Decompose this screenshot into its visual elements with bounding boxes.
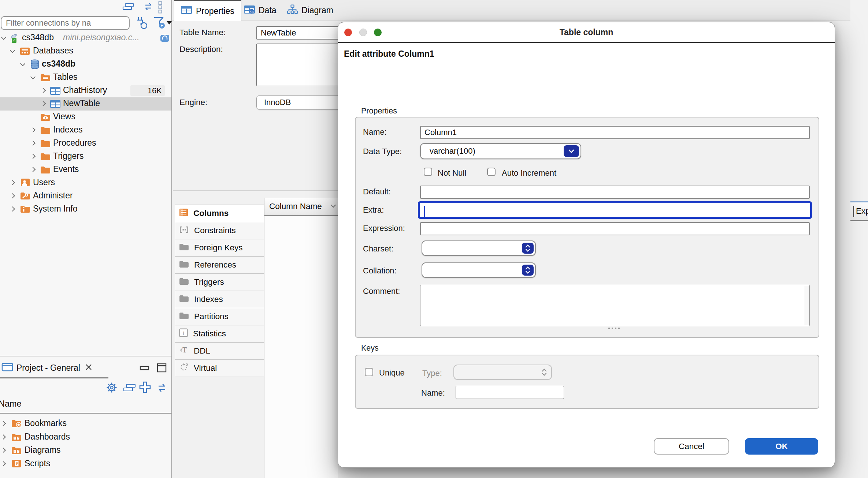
panel-divider[interactable] bbox=[0, 356, 171, 356]
chevron-right-icon[interactable] bbox=[1, 448, 6, 453]
side-tab-ddl[interactable]: T DDL bbox=[175, 342, 264, 360]
project-panel-tab[interactable]: Project - General bbox=[0, 359, 108, 377]
side-tab-statistics[interactable]: i Statistics bbox=[175, 325, 264, 343]
filter-dropdown-arrow-icon[interactable] bbox=[167, 21, 172, 25]
column-name-input[interactable] bbox=[420, 126, 810, 139]
filter-connections-icon[interactable] bbox=[153, 15, 166, 31]
chevron-down-icon[interactable] bbox=[1, 35, 6, 40]
charset-select[interactable] bbox=[422, 240, 536, 256]
collation-select[interactable] bbox=[422, 262, 536, 278]
stepper-chevrons-icon[interactable] bbox=[522, 265, 534, 276]
collapse-all-icon[interactable] bbox=[123, 384, 137, 394]
maximize-panel-icon[interactable] bbox=[157, 363, 167, 374]
extra-input[interactable] bbox=[418, 201, 812, 219]
virtual-icon bbox=[179, 363, 189, 374]
chevron-right-icon[interactable] bbox=[1, 421, 6, 426]
chevron-down-icon[interactable] bbox=[30, 74, 36, 79]
side-tab-constraints[interactable]: Constraints bbox=[175, 222, 264, 239]
expression-input[interactable] bbox=[420, 222, 810, 235]
folder-icon bbox=[179, 295, 189, 305]
new-connection-icon[interactable] bbox=[134, 15, 149, 31]
keys-group-label: Keys bbox=[361, 344, 379, 353]
project-item-bookmarks[interactable]: Bookmarks bbox=[0, 417, 171, 430]
settings-gear-icon[interactable] bbox=[105, 381, 118, 395]
not-null-checkbox[interactable] bbox=[424, 168, 432, 176]
cancel-button[interactable]: Cancel bbox=[654, 438, 729, 455]
ok-button[interactable]: OK bbox=[745, 438, 818, 455]
dropdown-chevron-icon[interactable] bbox=[564, 145, 579, 157]
side-tab-virtual[interactable]: Virtual bbox=[175, 359, 264, 377]
side-tab-indexes[interactable]: Indexes bbox=[175, 291, 264, 308]
comment-textarea[interactable] bbox=[420, 285, 810, 326]
auto-increment-checkbox[interactable] bbox=[487, 168, 496, 176]
project-item-diagrams[interactable]: Diagrams bbox=[0, 444, 171, 457]
chevron-right-icon[interactable] bbox=[41, 88, 46, 93]
folder-icon bbox=[40, 166, 51, 176]
chevron-down-icon[interactable] bbox=[20, 61, 25, 66]
tree-item-chathistory[interactable]: ChatHistory 16K bbox=[0, 84, 171, 97]
chevron-right-icon[interactable] bbox=[41, 101, 46, 106]
tree-item-triggers[interactable]: Triggers bbox=[0, 150, 171, 163]
chevron-right-icon[interactable] bbox=[10, 206, 15, 212]
tree-item-databases[interactable]: Databases bbox=[0, 45, 171, 58]
link-with-editor-icon[interactable] bbox=[142, 1, 155, 13]
tab-diagram[interactable]: Diagram bbox=[287, 0, 333, 21]
tree-item-events[interactable]: Events bbox=[0, 163, 171, 176]
chevron-right-icon[interactable] bbox=[30, 141, 36, 146]
chevron-right-icon[interactable] bbox=[10, 180, 15, 185]
table-name-label: Table Name: bbox=[179, 28, 226, 37]
chevron-right-icon[interactable] bbox=[30, 127, 36, 132]
dialog-title-bar[interactable]: Table column bbox=[338, 22, 835, 43]
header-underline bbox=[0, 413, 171, 414]
project-item-scripts[interactable]: Scripts bbox=[0, 458, 171, 471]
close-icon[interactable] bbox=[85, 363, 93, 373]
sort-chevron-icon[interactable] bbox=[330, 203, 337, 210]
chevron-right-icon[interactable] bbox=[1, 434, 6, 440]
filter-connections-input[interactable] bbox=[1, 16, 130, 30]
tree-item-administer[interactable]: Administer bbox=[0, 190, 171, 203]
tree-item-tables[interactable]: Tables bbox=[0, 71, 171, 84]
stepper-chevrons-icon[interactable] bbox=[522, 243, 534, 254]
stepper-chevrons-icon bbox=[539, 367, 549, 378]
side-tab-triggers[interactable]: Triggers bbox=[175, 273, 264, 291]
data-type-select[interactable]: varchar(100) bbox=[420, 143, 581, 159]
side-tab-foreign-keys[interactable]: Foreign Keys bbox=[175, 239, 264, 257]
tree-item-indexes[interactable]: Indexes bbox=[0, 124, 171, 137]
chevron-right-icon[interactable] bbox=[10, 193, 15, 198]
tab-properties[interactable]: Properties bbox=[174, 0, 241, 21]
unique-checkbox[interactable] bbox=[365, 368, 373, 376]
tree-item-views[interactable]: Views bbox=[0, 111, 171, 124]
chevron-right-icon[interactable] bbox=[1, 461, 6, 466]
tree-item-users[interactable]: Users bbox=[0, 176, 171, 190]
side-tab-columns[interactable]: Columns bbox=[175, 205, 264, 222]
column-name-header[interactable]: Column Name bbox=[264, 198, 338, 216]
tree-item-newtable[interactable]: NewTable bbox=[0, 97, 171, 111]
name-column-header[interactable]: Name bbox=[0, 399, 22, 409]
tree-item-connection[interactable]: ✓ cs348db mini.peisongxiao.c... bbox=[0, 31, 171, 45]
chevron-right-icon[interactable] bbox=[30, 167, 36, 172]
project-item-dashboards[interactable]: Dashboards bbox=[0, 431, 171, 444]
collapse-all-icon[interactable] bbox=[122, 3, 135, 13]
minimize-panel-icon[interactable] bbox=[140, 365, 150, 373]
charset-label: Charset: bbox=[363, 244, 393, 254]
extra-label: Extra: bbox=[363, 205, 384, 215]
key-name-input[interactable] bbox=[456, 386, 564, 399]
side-tab-references[interactable]: References bbox=[175, 256, 264, 274]
collation-label: Collation: bbox=[363, 266, 397, 276]
scrollbar-track[interactable] bbox=[804, 285, 809, 325]
side-tab-partitions[interactable]: Partitions bbox=[175, 308, 264, 325]
database-icon bbox=[30, 59, 40, 72]
tab-data[interactable]: <> Data bbox=[244, 0, 277, 21]
expand-all-icon[interactable] bbox=[138, 381, 152, 395]
tree-item-system-info[interactable]: System Info bbox=[0, 203, 171, 216]
chevron-right-icon[interactable] bbox=[30, 154, 36, 159]
tree-item-procedures[interactable]: Procedures bbox=[0, 137, 171, 150]
tree-item-database-cs348db[interactable]: cs348db bbox=[0, 58, 171, 71]
refresh-icon[interactable] bbox=[155, 382, 168, 395]
connection-host: mini.peisongxiao.c... bbox=[63, 33, 139, 42]
database-navigator: ✓ cs348db mini.peisongxiao.c... Database… bbox=[0, 0, 172, 478]
default-input[interactable] bbox=[420, 186, 810, 199]
resize-grip[interactable] bbox=[608, 328, 620, 329]
view-menu-icon[interactable] bbox=[158, 1, 163, 15]
chevron-down-icon[interactable] bbox=[10, 48, 15, 53]
